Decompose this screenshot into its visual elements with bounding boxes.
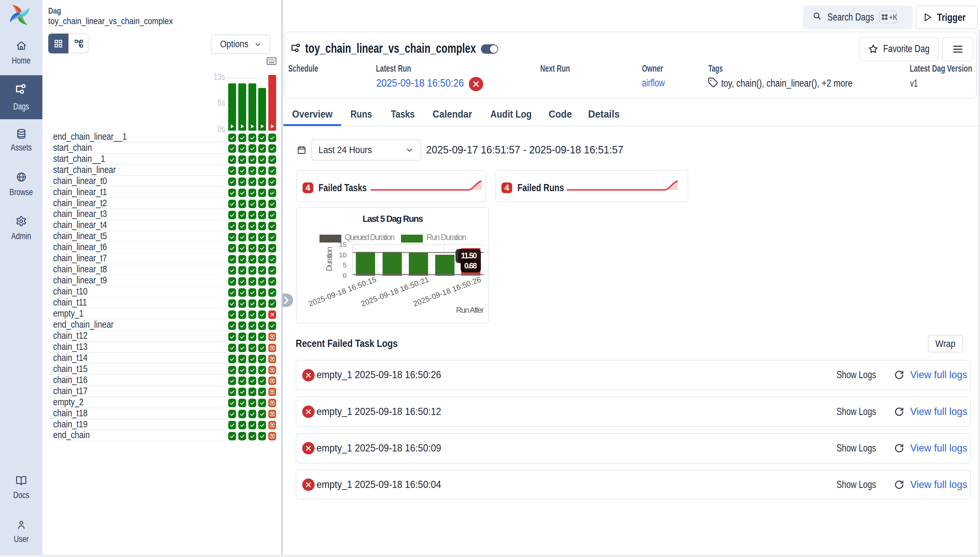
- svg-text:Run After: Run After: [456, 306, 484, 314]
- svg-text:Run Duration: Run Duration: [426, 233, 467, 242]
- svg-text:11.50: 11.50: [461, 251, 477, 260]
- svg-text:10: 10: [339, 251, 346, 259]
- svg-text:Last 5 Dag Runs: Last 5 Dag Runs: [363, 214, 423, 224]
- svg-text:0.68: 0.68: [464, 261, 477, 270]
- svg-text:0: 0: [343, 272, 346, 279]
- svg-text:15: 15: [339, 241, 346, 248]
- svg-text:Duration: Duration: [325, 247, 333, 271]
- svg-text:Queued Duration: Queued Duration: [345, 233, 395, 242]
- svg-text:5: 5: [343, 261, 346, 269]
